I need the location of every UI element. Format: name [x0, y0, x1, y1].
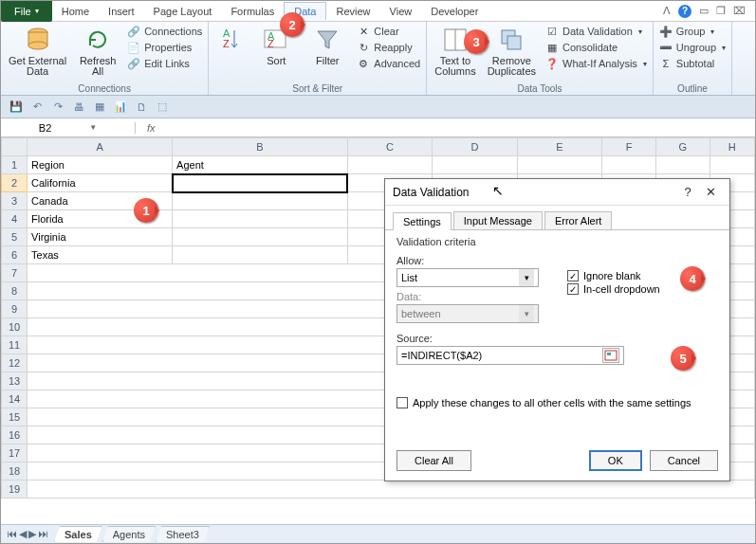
clear-all-button[interactable]: Clear All	[396, 450, 471, 471]
ok-button[interactable]: OK	[589, 450, 642, 471]
consolidate-item[interactable]: ▦Consolidate	[544, 40, 649, 55]
dialog-tab-input-message[interactable]: Input Message	[453, 211, 543, 229]
whatif-item[interactable]: ❓What-If Analysis▾	[544, 56, 649, 71]
cell[interactable]	[710, 156, 754, 174]
cell[interactable]	[173, 246, 348, 264]
cancel-button[interactable]: Cancel	[650, 450, 718, 471]
cell[interactable]: Region	[28, 156, 173, 174]
ungroup-item[interactable]: ➖Ungroup▾	[657, 40, 728, 55]
sheet-tab-sheet3[interactable]: Sheet3	[156, 526, 210, 542]
range-picker-icon[interactable]	[602, 348, 619, 363]
cell[interactable]: Virginia	[28, 228, 173, 246]
refresh-all-button[interactable]: Refresh All	[74, 24, 121, 81]
row-header[interactable]: 9	[2, 300, 28, 318]
cell[interactable]: California	[28, 174, 173, 192]
minimize-ribbon-icon[interactable]: ᐱ	[663, 5, 671, 17]
col-header-H[interactable]: H	[710, 138, 754, 156]
cell[interactable]	[655, 156, 710, 174]
qat-icon[interactable]: ⬚	[155, 100, 170, 115]
name-box[interactable]: B2▼	[1, 122, 136, 134]
row-header[interactable]: 1	[2, 156, 28, 174]
cell[interactable]: Texas	[28, 246, 173, 264]
tab-insert[interactable]: Insert	[99, 3, 144, 20]
row-header[interactable]: 7	[2, 264, 28, 282]
row-header[interactable]: 18	[2, 462, 28, 481]
cell[interactable]	[28, 481, 755, 499]
incell-dropdown-checkbox[interactable]: ✓In-cell dropdown	[567, 283, 660, 295]
first-sheet-icon[interactable]: ⏮	[7, 528, 17, 540]
qat-icon[interactable]: 📊	[113, 100, 128, 115]
row-header[interactable]: 19	[2, 481, 28, 499]
redo-icon[interactable]: ↷	[50, 100, 65, 115]
clear-item[interactable]: ✕Clear	[355, 24, 422, 39]
col-header-A[interactable]: A	[28, 138, 173, 156]
cell[interactable]	[173, 192, 348, 210]
cell[interactable]	[173, 210, 348, 228]
tab-page-layout[interactable]: Page Layout	[144, 3, 222, 20]
sort-asc-button[interactable]: AZ	[212, 24, 249, 56]
allow-dropdown[interactable]: List▾	[396, 268, 539, 287]
subtotal-item[interactable]: ΣSubtotal	[657, 56, 728, 71]
cell[interactable]	[173, 228, 348, 246]
row-header[interactable]: 16	[2, 426, 28, 444]
save-icon[interactable]: 💾	[9, 100, 24, 115]
row-header[interactable]: 10	[2, 318, 28, 336]
properties-item[interactable]: 📄Properties	[125, 40, 204, 55]
tab-developer[interactable]: Developer	[421, 3, 488, 20]
undo-icon[interactable]: ↶	[29, 100, 45, 115]
cell[interactable]: Agent	[173, 156, 348, 174]
select-all-corner[interactable]	[2, 138, 28, 156]
col-header-G[interactable]: G	[655, 138, 710, 156]
row-header[interactable]: 14	[2, 390, 28, 408]
row-header[interactable]: 13	[2, 372, 28, 390]
dialog-close-icon[interactable]: ✕	[699, 185, 722, 199]
dialog-tab-settings[interactable]: Settings	[393, 212, 452, 230]
filter-button[interactable]: Filter	[304, 24, 351, 70]
row-header[interactable]: 4	[2, 210, 28, 228]
row-header[interactable]: 11	[2, 336, 28, 354]
remove-duplicates-button[interactable]: Remove Duplicates	[484, 24, 540, 81]
cell-selected[interactable]	[173, 174, 348, 192]
print-icon[interactable]: 🖶	[71, 100, 86, 115]
get-external-data-button[interactable]: Get External Data	[5, 24, 70, 81]
row-header[interactable]: 17	[2, 444, 28, 462]
row-header[interactable]: 6	[2, 246, 28, 264]
close-icon[interactable]: ⌧	[733, 5, 746, 17]
row-header[interactable]: 15	[2, 408, 28, 426]
file-tab[interactable]: File▾	[1, 1, 52, 22]
connections-item[interactable]: 🔗Connections	[125, 24, 204, 39]
dialog-tab-error-alert[interactable]: Error Alert	[544, 211, 613, 229]
next-sheet-icon[interactable]: ▶	[28, 528, 36, 540]
sheet-nav[interactable]: ⏮◀▶⏭	[1, 528, 54, 540]
group-item[interactable]: ➕Group▾	[657, 24, 728, 39]
last-sheet-icon[interactable]: ⏭	[38, 528, 48, 540]
row-header[interactable]: 12	[2, 354, 28, 372]
sheet-tab-agents[interactable]: Agents	[102, 526, 156, 542]
row-header[interactable]: 2	[2, 174, 28, 192]
col-header-D[interactable]: D	[433, 138, 517, 156]
tab-home[interactable]: Home	[52, 3, 99, 20]
data-validation-item[interactable]: ☑Data Validation▾	[544, 24, 649, 39]
qat-icon[interactable]: 🗋	[134, 100, 149, 115]
minimize-icon[interactable]: ▭	[699, 5, 709, 17]
reapply-item[interactable]: ↻Reapply	[355, 40, 422, 55]
row-header[interactable]: 3	[2, 192, 28, 210]
col-header-E[interactable]: E	[517, 138, 601, 156]
cell[interactable]	[347, 156, 432, 174]
source-input[interactable]: =INDIRECT($A2)	[396, 346, 624, 365]
advanced-item[interactable]: ⚙Advanced	[355, 56, 422, 71]
edit-links-item[interactable]: 🔗Edit Links	[125, 56, 204, 71]
qat-icon[interactable]: ▦	[92, 100, 107, 115]
col-header-B[interactable]: B	[173, 138, 348, 156]
restore-icon[interactable]: ❐	[716, 5, 726, 17]
prev-sheet-icon[interactable]: ◀	[19, 528, 27, 540]
cell[interactable]	[433, 156, 517, 174]
apply-all-checkbox[interactable]: Apply these changes to all other cells w…	[396, 397, 718, 408]
tab-view[interactable]: View	[380, 3, 422, 20]
dialog-help-icon[interactable]: ?	[676, 185, 699, 199]
tab-formulas[interactable]: Formulas	[221, 3, 284, 20]
cell[interactable]	[602, 156, 656, 174]
cell[interactable]	[517, 156, 601, 174]
row-header[interactable]: 8	[2, 282, 28, 300]
tab-review[interactable]: Review	[326, 3, 379, 20]
